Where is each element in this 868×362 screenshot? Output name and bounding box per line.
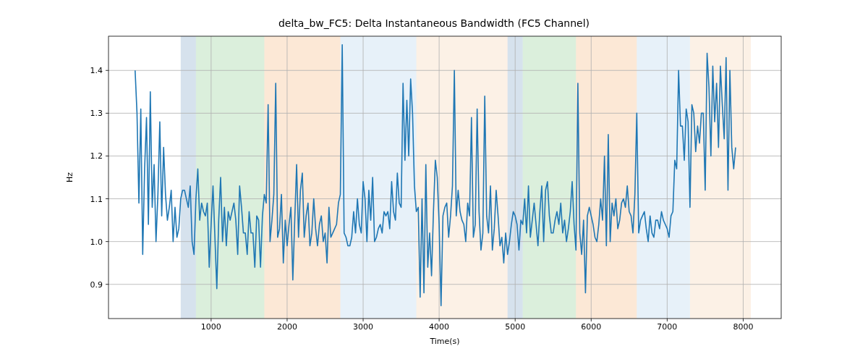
x-tick-label: 1000 (201, 322, 221, 332)
background-band (341, 36, 417, 319)
y-tick-label: 1.1 (90, 194, 103, 203)
background-band (637, 36, 690, 319)
chart-title: delta_bw_FC5: Delta Instantaneous Bandwi… (0, 17, 868, 29)
axes: 10002000300040005000600070008000 0.91.01… (109, 36, 781, 319)
x-tick-label: 4000 (429, 322, 449, 332)
y-tick-label: 1.0 (90, 237, 103, 246)
plot-svg (109, 36, 781, 319)
background-band (523, 36, 576, 319)
x-tick-label: 7000 (657, 322, 677, 332)
background-band (181, 36, 196, 319)
x-tick-label: 3000 (353, 322, 373, 332)
x-axis-label: Time(s) (109, 337, 781, 346)
y-axis-label: Hz (65, 36, 80, 319)
x-tick-label: 6000 (581, 322, 601, 332)
x-tick-label: 5000 (505, 322, 525, 332)
y-tick-label: 1.4 (90, 66, 103, 75)
x-tick-label: 8000 (733, 322, 753, 332)
y-tick-label: 1.3 (90, 109, 103, 118)
y-tick-label: 0.9 (90, 279, 103, 289)
background-band (417, 36, 508, 319)
background-band (196, 36, 265, 319)
y-tick-label: 1.2 (90, 151, 103, 161)
figure: delta_bw_FC5: Delta Instantaneous Bandwi… (0, 0, 868, 362)
x-tick-label: 2000 (277, 322, 297, 332)
